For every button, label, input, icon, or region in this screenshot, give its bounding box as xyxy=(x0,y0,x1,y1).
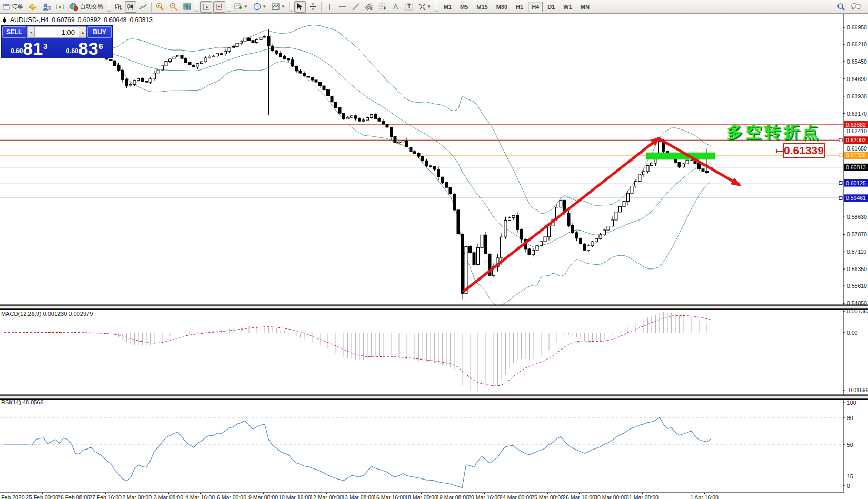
add-indicator-button[interactable]: ▼ xyxy=(232,1,250,13)
time-tick-label: 25 Feb 00:00 xyxy=(26,494,58,499)
one-click-trade-panel: SELL ▼ 1.00 ▲ BUY 0.60813 0.60836 xyxy=(1,25,113,58)
timeframe-mn[interactable]: MN xyxy=(577,2,593,12)
timeframe-h4[interactable]: H4 xyxy=(528,2,543,12)
macd-pane[interactable]: 0.0073630.00-0.01696 xyxy=(0,309,868,395)
sell-price-pip: 3 xyxy=(43,42,47,51)
svg-text:-0.01696: -0.01696 xyxy=(847,387,868,393)
svg-text:50: 50 xyxy=(847,442,853,448)
text-button[interactable]: A xyxy=(390,1,402,13)
macd-label: MACD(12,26,9) 0.001230 0.002979 xyxy=(1,311,93,317)
templates-button[interactable]: ▼ xyxy=(270,1,287,13)
timeframe-m30[interactable]: M30 xyxy=(493,2,511,12)
time-tick-label: 24 Mar 00:00 xyxy=(500,494,532,499)
svg-text:0.63170: 0.63170 xyxy=(847,111,867,117)
auto-trading-button[interactable]: 自动交易 xyxy=(67,1,105,13)
svg-text:0.60813: 0.60813 xyxy=(846,164,866,171)
svg-text:0.007363: 0.007363 xyxy=(847,309,868,314)
vertical-line-button[interactable] xyxy=(324,1,335,13)
new-order-label: 订单 xyxy=(12,3,23,11)
sell-button[interactable]: SELL xyxy=(2,26,26,38)
auto-scroll-button[interactable] xyxy=(200,1,212,13)
rsi-label: RSI(14) 48.8566 xyxy=(1,399,44,405)
chart-shift-button[interactable] xyxy=(213,1,225,13)
time-tick-label: 9 Mar 08:00 xyxy=(248,494,278,499)
new-order-button[interactable]: 订单 xyxy=(1,1,25,13)
time-tick-label: 2 Mar 00:00 xyxy=(122,494,152,499)
market-watch-button[interactable] xyxy=(26,1,39,13)
periods-button[interactable]: ▼ xyxy=(251,1,268,13)
time-tick-label: 20 Mar 16:00 xyxy=(468,494,501,499)
time-tick-label: 13 Mar 08:00 xyxy=(342,494,374,499)
signals-button[interactable] xyxy=(54,1,66,13)
svg-text:E: E xyxy=(370,7,373,11)
candle-chart-button[interactable] xyxy=(125,1,136,13)
text-label-button[interactable]: T xyxy=(403,1,415,13)
toolbar-grip xyxy=(435,2,438,12)
sell-price-prefix: 0.60 xyxy=(11,47,23,55)
svg-text:0.63930: 0.63930 xyxy=(847,93,867,99)
volume-up-button[interactable]: ▲ xyxy=(79,26,86,38)
price-chart[interactable]: 0.669500.662100.654500.646900.639300.631… xyxy=(0,14,868,305)
time-tick-label: 16 Mar 16:00 xyxy=(373,494,406,499)
chat-icon[interactable] xyxy=(849,1,863,13)
timeframe-d1[interactable]: D1 xyxy=(544,2,558,12)
tile-windows-button[interactable] xyxy=(181,1,193,13)
svg-text:0.59461: 0.59461 xyxy=(846,195,866,201)
buy-price[interactable]: 0.60836 xyxy=(57,38,113,58)
svg-text:0.62410: 0.62410 xyxy=(847,128,867,134)
fibonacci-button[interactable]: F xyxy=(376,1,389,13)
arrows-button[interactable]: ▼ xyxy=(416,1,433,13)
toolbar-grip xyxy=(289,2,293,12)
search-icon[interactable] xyxy=(835,1,847,13)
timeframe-w1[interactable]: W1 xyxy=(560,2,576,12)
zoom-in-button[interactable] xyxy=(154,1,166,13)
buy-price-pip: 6 xyxy=(99,42,103,51)
ohlc-low: 0.60648 xyxy=(104,16,126,24)
time-tick-label: 31 Mar 08:00 xyxy=(626,494,659,499)
time-tick-label: 30 Mar 00:00 xyxy=(594,494,627,499)
horizontal-line-button[interactable] xyxy=(336,1,349,13)
accounts-button[interactable] xyxy=(40,1,53,13)
svg-text:15: 15 xyxy=(847,473,853,480)
timeframe-m1[interactable]: M1 xyxy=(440,2,455,12)
pane-separator[interactable] xyxy=(0,305,868,309)
volume-stepper: ▼ 1.00 ▲ xyxy=(27,26,86,38)
svg-text:80: 80 xyxy=(847,415,853,421)
timeframe-m5[interactable]: M5 xyxy=(456,2,472,12)
auto-trading-label: 自动交易 xyxy=(80,3,103,11)
pane-separator[interactable] xyxy=(0,395,868,399)
timeframe-h1[interactable]: H1 xyxy=(512,2,527,12)
chart-icon xyxy=(2,17,7,23)
sell-price[interactable]: 0.60813 xyxy=(2,38,57,58)
volume-input[interactable]: 1.00 xyxy=(35,26,79,38)
time-axis[interactable]: 1 Feb 202025 Feb 00:0026 Feb 08:0027 Feb… xyxy=(0,493,868,499)
svg-text:0.66210: 0.66210 xyxy=(847,41,867,47)
cursor-button[interactable] xyxy=(294,1,306,13)
line-chart-button[interactable] xyxy=(137,1,149,13)
volume-down-button[interactable]: ▼ xyxy=(27,26,35,38)
timeframe-m15[interactable]: M15 xyxy=(473,2,491,12)
zoom-out-button[interactable] xyxy=(167,1,180,13)
ohlc-open: 0.60769 xyxy=(52,16,74,24)
svg-text:0.55610: 0.55610 xyxy=(847,283,867,289)
crosshair-button[interactable] xyxy=(307,1,319,13)
svg-text:0.58630: 0.58630 xyxy=(847,214,867,220)
svg-text:0.56350: 0.56350 xyxy=(847,266,867,272)
svg-text:T: T xyxy=(407,4,411,9)
buy-button[interactable]: BUY xyxy=(87,26,112,38)
time-tick-label: 26 Feb 08:00 xyxy=(57,494,90,499)
time-tick-label: 3 Mar 08:00 xyxy=(154,494,183,499)
rsi-pane[interactable]: 1008050150 xyxy=(0,399,868,493)
trendline-button[interactable] xyxy=(350,1,362,13)
mt4-window: 订单 自动交易 xyxy=(0,0,868,499)
buy-price-big: 83 xyxy=(78,41,99,57)
svg-text:0.62003: 0.62003 xyxy=(846,137,866,143)
chevron-down-icon: ▼ xyxy=(427,4,431,9)
ohlc-high: 0.60892 xyxy=(78,16,101,24)
svg-text:0.60125: 0.60125 xyxy=(846,180,866,186)
equidistant-channel-button[interactable]: E xyxy=(363,1,375,13)
price-callout: 0.61339 xyxy=(783,143,825,158)
time-tick-label: 1 Feb 2020 xyxy=(0,494,25,499)
bar-chart-button[interactable] xyxy=(112,1,124,13)
buy-price-prefix: 0.60 xyxy=(66,47,78,55)
